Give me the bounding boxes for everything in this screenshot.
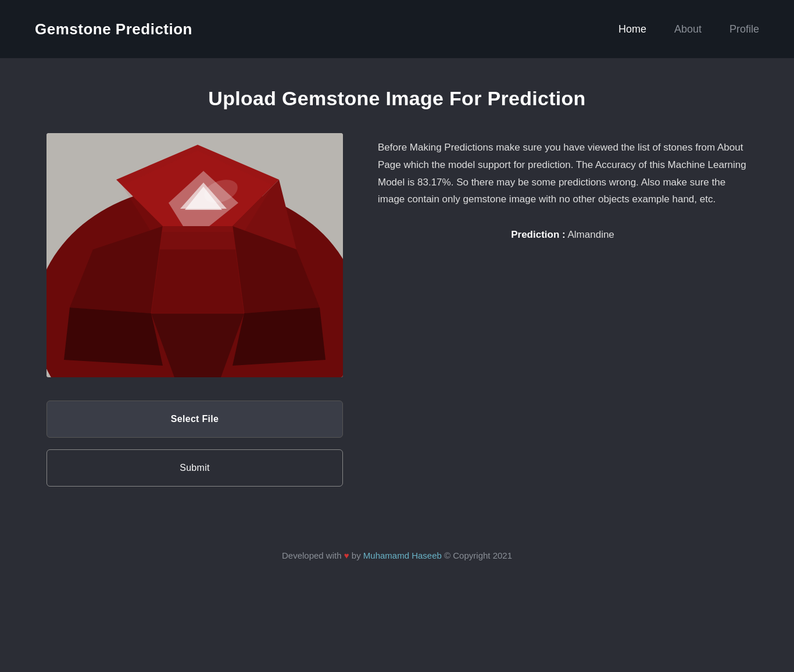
footer-copyright: © Copyright 2021: [444, 551, 512, 560]
nav-links: Home About Profile: [618, 23, 759, 35]
file-input-wrapper: Select File Submit: [47, 401, 343, 487]
submit-button[interactable]: Submit: [47, 449, 343, 487]
nav-item-home[interactable]: Home: [618, 23, 646, 35]
image-section: Select File Submit: [47, 133, 343, 487]
footer: Developed with ♥ by Muhamamd Haseeb © Co…: [0, 521, 794, 578]
gemstone-image: [47, 133, 343, 377]
footer-text-by: by: [352, 551, 361, 560]
info-text: Before Making Predictions make sure you …: [378, 139, 747, 208]
prediction-line: Prediction : Almandine: [378, 229, 747, 241]
content-area: Select File Submit Before Making Predict…: [47, 133, 747, 487]
nav-brand: Gemstone Prediction: [35, 20, 192, 38]
prediction-value: Almandine: [567, 229, 614, 240]
nav-link-home[interactable]: Home: [618, 23, 646, 35]
nav-item-profile[interactable]: Profile: [729, 23, 759, 35]
main-content: Upload Gemstone Image For Prediction: [0, 58, 794, 521]
nav-link-about[interactable]: About: [674, 23, 702, 35]
footer-heart: ♥: [344, 551, 349, 560]
nav-link-profile[interactable]: Profile: [729, 23, 759, 35]
footer-author-link[interactable]: Muhamamd Haseeb: [363, 551, 442, 560]
prediction-label: Prediction :: [511, 229, 566, 240]
gemstone-image-container: [47, 133, 343, 377]
page-title: Upload Gemstone Image For Prediction: [47, 87, 747, 110]
svg-marker-11: [233, 308, 326, 366]
info-section: Before Making Predictions make sure you …: [378, 133, 747, 241]
select-file-label[interactable]: Select File: [47, 401, 343, 438]
nav-item-about[interactable]: About: [674, 23, 702, 35]
navbar: Gemstone Prediction Home About Profile: [0, 0, 794, 58]
footer-text-before: Developed with: [282, 551, 342, 560]
svg-marker-10: [64, 308, 163, 366]
